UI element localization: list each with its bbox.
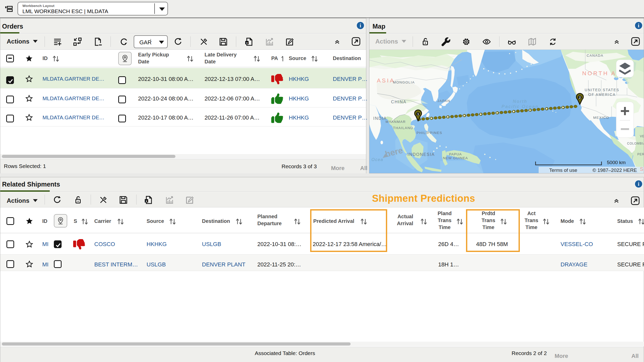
svg-text:PHILIPPINES: PHILIPPINES — [417, 131, 442, 135]
svg-text:OF AMERICA: OF AMERICA — [588, 92, 616, 97]
svg-text:SO: SO — [640, 166, 644, 172]
svg-text:Ocea: Ocea — [371, 157, 383, 162]
svg-text:2: 2 — [579, 96, 581, 99]
svg-text:MEXICO: MEXICO — [593, 116, 609, 120]
svg-text:© 1987–2022 HERE: © 1987–2022 HERE — [592, 167, 637, 173]
svg-text:INDIA: INDIA — [373, 116, 387, 121]
svg-text:UNITED STATES: UNITED STATES — [585, 88, 619, 92]
svg-text:COLOMBIA: COLOMBIA — [627, 142, 644, 145]
svg-text:INDONESIA: INDONESIA — [408, 152, 435, 157]
svg-text:Pacific Ocean: Pacific Ocean — [502, 104, 539, 109]
svg-text:CHINA: CHINA — [391, 100, 406, 104]
svg-text:JAPAN: JAPAN — [437, 99, 450, 103]
svg-text:MONGOLIA: MONGOLIA — [393, 80, 415, 84]
svg-text:1: 1 — [417, 112, 419, 116]
svg-text:Terms of use: Terms of use — [549, 167, 577, 173]
svg-text:PERU: PERU — [637, 153, 644, 156]
svg-text:NEW GUINEA: NEW GUINEA — [443, 156, 468, 160]
svg-text:MYANMAR: MYANMAR — [386, 120, 406, 124]
svg-text:North: North — [513, 99, 528, 104]
svg-text:VE: VE — [640, 134, 644, 138]
svg-text:THAILAND: THAILAND — [393, 126, 413, 130]
svg-text:5000 km: 5000 km — [607, 160, 626, 165]
svg-text:PAPUA: PAPUA — [449, 152, 462, 156]
svg-text:ASIA: ASIA — [377, 77, 395, 84]
svg-text:CANADA: CANADA — [587, 54, 603, 57]
